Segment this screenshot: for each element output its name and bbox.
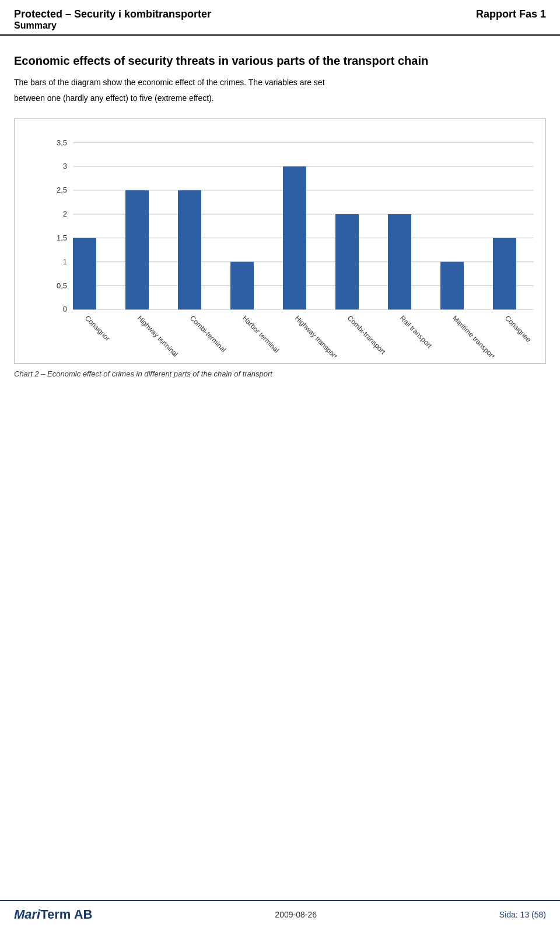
header-title: Protected – Security i kombitransporter bbox=[14, 8, 211, 20]
header-subtitle: Summary bbox=[14, 20, 211, 31]
bar-harbor-terminal bbox=[230, 262, 254, 310]
bar-combi-transport bbox=[335, 214, 359, 309]
brand-mari: Mari bbox=[14, 907, 40, 922]
chart-caption: Chart 2 – Economic effect of crimes in d… bbox=[14, 369, 546, 378]
svg-text:0: 0 bbox=[63, 305, 67, 313]
xlabel-combi-terminal: Combi-terminal bbox=[188, 314, 228, 354]
svg-text:2: 2 bbox=[63, 210, 67, 218]
xlabel-harbor-terminal: Harbor terminal bbox=[241, 314, 281, 355]
bar-highway-terminal bbox=[125, 190, 149, 309]
bar-maritime-transport bbox=[440, 262, 464, 310]
chart-container: 3,5 3 2,5 2 1,5 1 0,5 0 bbox=[14, 118, 546, 364]
bar-consignor bbox=[73, 238, 96, 310]
svg-text:3: 3 bbox=[63, 162, 67, 170]
xlabel-highway-transport: Highway transport bbox=[293, 314, 340, 357]
page-header: Protected – Security i kombitransporter … bbox=[0, 0, 560, 36]
xlabel-consignor: Consignor bbox=[83, 314, 111, 343]
bar-highway-transport bbox=[283, 166, 306, 309]
xlabel-maritime-transport: Maritime transport bbox=[451, 314, 497, 357]
brand-term: Term AB bbox=[40, 907, 92, 922]
header-left: Protected – Security i kombitransporter … bbox=[14, 8, 211, 31]
svg-text:1: 1 bbox=[63, 257, 67, 266]
header-report: Rapport Fas 1 bbox=[476, 8, 546, 20]
bar-combi-terminal bbox=[178, 190, 201, 309]
description-line1: The bars of the diagram show the economi… bbox=[14, 76, 546, 89]
description-line2: between one (hardly any effect) to five … bbox=[14, 92, 546, 104]
footer-brand: MariTerm AB bbox=[14, 907, 93, 922]
xlabel-consignee: Consignee bbox=[503, 314, 533, 344]
main-content: Economic effects of security threats in … bbox=[0, 36, 560, 390]
bar-chart: 3,5 3 2,5 2 1,5 1 0,5 0 bbox=[44, 131, 540, 357]
svg-text:3,5: 3,5 bbox=[57, 138, 67, 146]
svg-text:1,5: 1,5 bbox=[57, 233, 67, 242]
page-footer: MariTerm AB 2009-08-26 Sida: 13 (58) bbox=[0, 900, 560, 928]
bar-consignee bbox=[493, 238, 516, 310]
xlabel-rail-transport: Rail transport bbox=[398, 314, 434, 350]
svg-text:2,5: 2,5 bbox=[57, 186, 67, 194]
footer-date: 2009-08-26 bbox=[275, 910, 317, 919]
xlabel-highway-terminal: Highway terminal bbox=[136, 314, 180, 357]
section-title: Economic effects of security threats in … bbox=[14, 53, 546, 68]
footer-page-info: Sida: 13 (58) bbox=[499, 910, 546, 919]
svg-text:0,5: 0,5 bbox=[57, 281, 67, 289]
xlabel-combi-transport: Combi-transport bbox=[346, 314, 387, 356]
bar-rail-transport bbox=[388, 214, 411, 309]
